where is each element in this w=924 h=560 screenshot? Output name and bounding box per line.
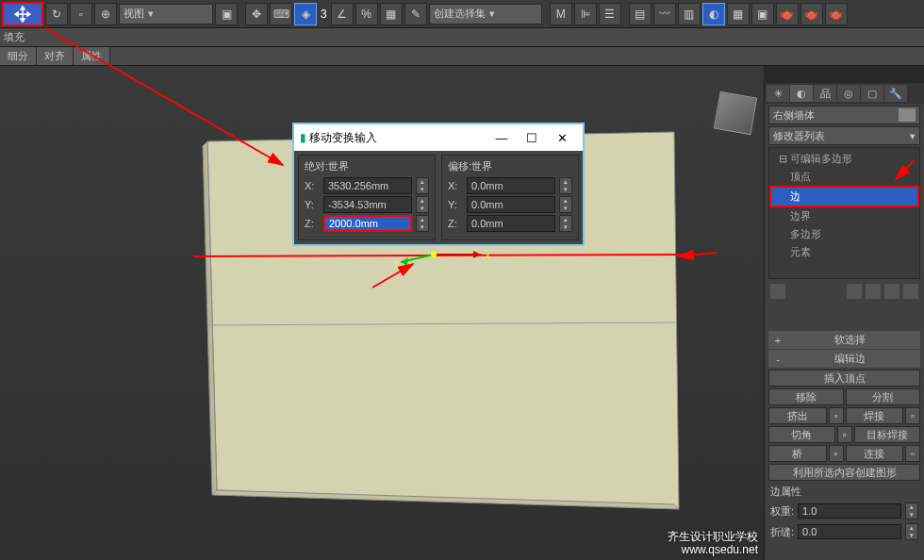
object-name-field[interactable]: 右侧墙体 [768,106,920,124]
tree-border[interactable]: 边界 [771,207,917,225]
weld-btn[interactable]: 焊接 [846,407,904,424]
create-tab[interactable]: ✳ [767,85,789,102]
svg-marker-5 [473,251,481,258]
motion-tab[interactable]: ◎ [837,85,860,102]
chamfer-btn[interactable]: 切角 [768,426,835,443]
material-editor[interactable]: ◐ [702,3,725,25]
teapot-production[interactable]: 🫖 [800,3,823,25]
ribbon-label: 填充 [4,30,25,44]
edit-named-sel[interactable]: ✎ [404,3,427,25]
edit-edge-rollout[interactable]: -编辑边 [768,350,920,368]
dialog-titlebar[interactable]: ▮ 移动变换输入 — ☐ ✕ [294,124,583,151]
maximize-btn[interactable]: ☐ [517,127,547,148]
bridge-btn[interactable]: 桥 [768,445,827,462]
crease-input[interactable]: 0.0 [798,524,901,539]
display-tab[interactable]: ▢ [861,85,883,102]
command-panel: ✳ ◐ 品 ◎ ▢ 🔧 右侧墙体 修改器列表 ▾ ⊟ 可编辑多边形 顶点 边 边… [764,83,924,560]
dialog-title-text: 移动变换输入 [309,130,377,146]
ribbon-btn[interactable]: ▤ [629,3,652,25]
tree-vertex[interactable]: 顶点 [771,168,917,186]
off-z-input[interactable]: 0.0mm [467,215,555,232]
render-setup[interactable]: ▦ [727,3,750,25]
svg-marker-2 [212,490,679,509]
minimize-btn[interactable]: — [487,127,517,148]
teapot-iterative[interactable]: 🫖 [825,3,848,25]
viewcube[interactable] [714,91,757,135]
connect-btn[interactable]: 连接 [846,445,904,462]
insert-vertex-btn[interactable]: 插入顶点 [768,370,920,387]
snap-toggle[interactable]: ◈ [294,3,317,25]
bridge-opts[interactable]: ▫ [829,445,844,462]
weld-opts[interactable]: ▫ [905,407,920,424]
tree-polygon[interactable]: 多边形 [771,225,917,243]
tab-properties[interactable]: 属性 [74,47,110,65]
scale-tool[interactable]: ▫ [70,3,92,25]
remove-modifier-icon[interactable] [884,284,899,299]
soft-selection-rollout[interactable]: +软选择 [768,331,920,349]
utilities-tab[interactable]: 🔧 [884,85,907,102]
offset-world-group: 偏移:世界 X: 0.0mm ▴▾ Y: 0.0mm ▴▾ Z: 0.0mm ▴… [441,155,579,240]
abs-z-spinner[interactable]: ▴▾ [416,215,429,232]
rotate-tool[interactable]: ↻ [45,3,68,25]
tab-align[interactable]: 对齐 [37,47,74,65]
chamfer-opts[interactable]: ▫ [837,426,852,443]
split-btn[interactable]: 分割 [846,388,921,405]
use-center-btn[interactable]: ▣ [215,3,238,25]
select-manipulate[interactable]: ✥ [245,3,268,25]
svg-text:y: y [394,258,399,268]
abs-z-input[interactable]: 2000.0mm [323,215,412,232]
modify-tab[interactable]: ◐ [790,85,813,102]
curve-editor[interactable]: 〰 [653,3,676,25]
ref-coord-dropdown[interactable]: 视图▾ [119,4,213,25]
remove-btn[interactable]: 移除 [768,388,844,405]
configure-sets-icon[interactable] [903,284,918,299]
spinner-snap[interactable]: ▦ [380,3,403,25]
abs-y-input[interactable]: -3534.53mm [323,196,412,213]
named-sel-dropdown[interactable]: 创建选择集▾ [429,4,542,25]
layer-btn[interactable]: ☰ [599,3,621,25]
modifier-stack[interactable]: ⊟ 可编辑多边形 顶点 边 边界 多边形 元素 [768,147,920,279]
off-z-spinner[interactable]: ▴▾ [559,215,572,232]
off-x-input[interactable]: 0.0mm [467,177,555,194]
abs-x-spinner[interactable]: ▴▾ [416,177,429,194]
tree-root[interactable]: ⊟ 可编辑多边形 [771,150,917,168]
svg-marker-1 [203,141,217,495]
stack-icons [765,281,924,302]
target-weld-btn[interactable]: 目标焊接 [854,426,921,443]
render-btn[interactable]: 🫖 [776,3,799,25]
abs-y-spinner[interactable]: ▴▾ [416,196,429,213]
weight-spinner[interactable]: ▴▾ [905,502,918,519]
angle-snap[interactable]: ∠ [331,3,354,25]
tab-subdivide[interactable]: 细分 [0,47,37,65]
connect-opts[interactable]: ▫ [905,445,920,462]
show-end-result-icon[interactable] [847,284,862,299]
extrude-opts[interactable]: ▫ [829,407,844,424]
off-y-spinner[interactable]: ▴▾ [559,196,572,213]
percent-snap[interactable]: % [355,3,378,25]
make-unique-icon[interactable] [866,284,881,299]
render-frame[interactable]: ▣ [751,3,774,25]
hierarchy-tab[interactable]: 品 [814,85,836,102]
weight-input[interactable]: 1.0 [798,503,901,519]
main-toolbar: ↻ ▫ ⊕ 视图▾ ▣ ✥ ⌨ ◈ 3 ∠ % ▦ ✎ 创建选择集▾ M ⊫ ☰… [0,0,924,28]
off-y-input[interactable]: 0.0mm [467,196,555,213]
abs-x-input[interactable]: 3530.256mm [323,177,412,194]
crease-spinner[interactable]: ▴▾ [905,523,918,540]
mirror-btn[interactable]: M [550,3,572,25]
tree-edge[interactable]: 边 [769,186,919,207]
pin-stack-icon[interactable] [770,284,785,299]
move-transform-dialog: ▮ 移动变换输入 — ☐ ✕ 绝对:世界 X: 3530.256mm ▴▾ Y:… [292,123,585,246]
create-shape-btn[interactable]: 利用所选内容创建图形 [768,464,920,481]
modifier-list-dropdown[interactable]: 修改器列表 ▾ [768,126,920,145]
move-tool[interactable] [2,2,43,26]
align-btn[interactable]: ⊫ [574,3,597,25]
ribbon-tabs: 细分 对齐 属性 [0,47,924,66]
close-btn[interactable]: ✕ [547,127,577,148]
off-x-spinner[interactable]: ▴▾ [559,177,572,194]
extrude-btn[interactable]: 挤出 [768,407,827,424]
schematic-view[interactable]: ▥ [678,3,701,25]
tree-element[interactable]: 元素 [771,243,917,261]
keyboard-shortcut[interactable]: ⌨ [270,3,292,25]
placement-tool[interactable]: ⊕ [94,3,117,25]
absolute-world-group: 绝对:世界 X: 3530.256mm ▴▾ Y: -3534.53mm ▴▾ … [298,155,436,240]
